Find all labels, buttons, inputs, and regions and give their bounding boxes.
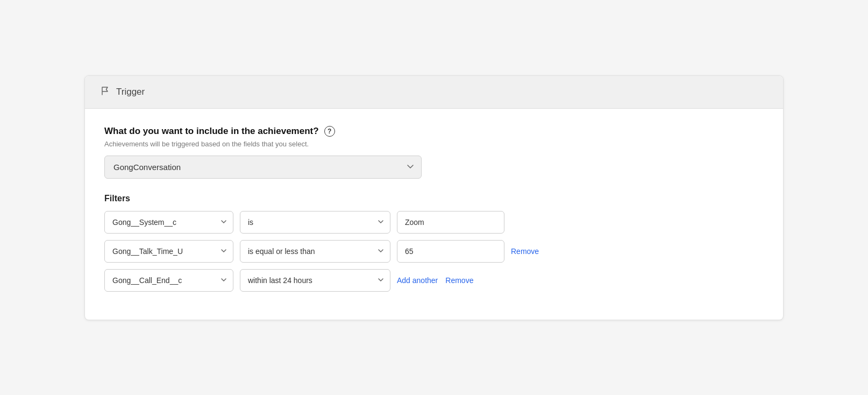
filter-actions-3: Add another Remove [397,276,473,285]
filter-value-1[interactable] [397,211,504,234]
filter-operator-2[interactable]: is equal or less than [240,240,390,263]
filter-field-1[interactable]: Gong__System__c [104,211,233,234]
filter-field-2[interactable]: Gong__Talk_Time_U [104,240,233,263]
add-another-button[interactable]: Add another [397,276,438,285]
filter-operator-3[interactable]: within last 24 hours [240,269,390,292]
filter-row-3: Gong__Call_End__c within last 24 hours A… [104,269,764,292]
question-text: What do you want to include in the achie… [104,126,319,137]
filter-field-3[interactable]: Gong__Call_End__c [104,269,233,292]
main-select[interactable]: GongConversation [104,156,422,179]
main-card: Trigger What do you want to include in t… [84,75,784,320]
header-title: Trigger [116,87,145,97]
filter-operator-1[interactable]: is [240,211,390,234]
filter-row-1: Gong__System__c is [104,211,764,234]
subtitle-text: Achievements will be triggered based on … [104,140,764,148]
card-body: What do you want to include in the achie… [85,109,783,320]
filters-section: Filters Gong__System__c is Gong__Talk_Ti… [104,194,764,292]
filter-value-2[interactable] [397,240,504,263]
help-icon[interactable]: ? [324,126,335,137]
remove-button-2[interactable]: Remove [511,247,539,256]
flag-icon [100,86,111,98]
filters-label: Filters [104,194,764,203]
filter-row-2: Gong__Talk_Time_U is equal or less than … [104,240,764,263]
question-row: What do you want to include in the achie… [104,126,764,137]
remove-button-3[interactable]: Remove [445,276,473,285]
filter-actions-2: Remove [511,247,539,256]
card-header: Trigger [85,76,783,109]
